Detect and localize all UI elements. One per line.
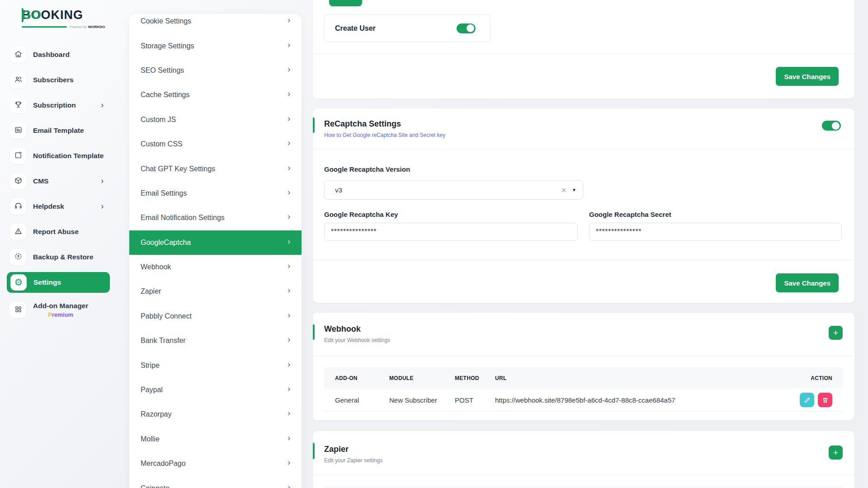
sidebar-item-add-on-manager[interactable]: Add-on Manager Premium [7,295,110,325]
settings-menu-item-custom-js[interactable]: Custom JS [129,108,302,132]
notification-template-icon [14,151,23,161]
chevron-right-icon [286,66,292,75]
cell-module: New Subscriber [389,396,455,404]
create-user-toggle[interactable] [457,23,476,33]
sidebar-item-label: Add-on Manager [33,302,88,310]
settings-menu-item-label: Chat GPT Key Settings [141,165,215,173]
chevron-right-icon [286,484,292,488]
brand-logo[interactable]: BOOKINGGO Powered By WORKDO· [22,8,106,29]
settings-menu-item-email-settings[interactable]: Email Settings [129,181,302,206]
sidebar-item-label: Report Abuse [33,228,79,236]
sidebar-item-label: Helpdesk [33,202,64,211]
clear-icon[interactable]: ✕ [561,187,566,194]
settings-menu-item-label: GoogleCaptcha [141,239,191,247]
sidebar-item-cms[interactable]: CMS [7,169,110,194]
settings-menu-item-storage-settings[interactable]: Storage Settings [129,33,302,58]
recaptcha-key-input[interactable] [324,223,578,241]
save-changes-button[interactable]: Save Changes [776,67,839,86]
chevron-right-icon [286,435,292,443]
tab-helpdesk[interactable]: Helpdesk [370,0,400,6]
settings-menu-item-webhook[interactable]: Webhook [129,255,302,279]
settings-menu-item-pabbly-connect[interactable]: Pabbly Connect [129,304,302,328]
settings-menu-item-label: Cache Settings [141,91,190,99]
sidebar-item-email-template[interactable]: Email Template [7,118,110,143]
add-webhook-button[interactable]: + [829,326,843,340]
sidebar-item-settings[interactable]: ⚙ Settings [7,272,110,293]
settings-menu-item-razorpay[interactable]: Razorpay [129,402,302,427]
save-changes-button[interactable]: Save Changes [776,273,839,292]
edit-button[interactable] [800,393,814,407]
tab-general[interactable]: General [329,0,362,6]
chevron-right-icon [286,460,292,468]
webhook-table-row: General New Subscriber POST https://webh… [324,389,843,412]
sidebar-item-backup-restore[interactable]: Backup & Restore [7,244,110,270]
pencil-icon [804,397,811,404]
settings-menu-item-coingate[interactable]: Coingate [129,476,302,488]
recaptcha-secret-input[interactable] [589,223,842,241]
sidebar-item-subscription[interactable]: Subscription [7,93,110,118]
divider [313,54,854,54]
settings-menu-item-stripe[interactable]: Stripe [129,353,302,377]
settings-menu-item-paypal[interactable]: Paypal [129,378,302,402]
settings-menu-item-label: Email Notification Settings [141,214,225,222]
email-template-icon [14,126,23,136]
accent-bar [313,117,315,133]
trash-icon [822,397,829,404]
zapier-card-title: Zapier [324,445,349,454]
settings-menu-item-label: Pabbly Connect [141,312,192,320]
headset-icon [14,202,23,212]
home-icon [14,50,23,60]
sidebar-item-dashboard[interactable]: Dashboard [7,42,110,67]
add-zapier-button[interactable]: + [829,446,843,460]
chevron-right-icon [286,361,292,370]
settings-menu-item-mercadopago[interactable]: MercadoPago [129,451,302,476]
settings-menu-item-label: MercadoPago [141,460,186,468]
settings-menu-item-mollie[interactable]: Mollie [129,427,302,451]
settings-menu-item-label: Bank Transfer [141,337,186,345]
settings-menu-item-label: Custom CSS [141,140,182,148]
chevron-right-icon [286,239,292,247]
sidebar-item-helpdesk[interactable]: Helpdesk [7,194,110,219]
recaptcha-toggle[interactable] [822,121,841,131]
settings-menu-item-googlecaptcha[interactable]: GoogleCaptcha [129,230,302,255]
premium-badge: Premium [33,311,88,318]
cell-url: https://webhook.site/8798e5bf-a6cd-4cd7-… [495,396,789,404]
recaptcha-secret-label: Google Recaptcha Secret [589,211,671,218]
zapier-card-subtitle: Edit your Zapier settings [324,457,382,464]
column-header-module: MODULE [389,375,455,381]
divider [313,356,854,356]
chevron-right-icon [286,287,292,296]
settings-menu-item-custom-css[interactable]: Custom CSS [129,132,302,156]
settings-menu-item-seo-settings[interactable]: SEO Settings [129,58,302,83]
sidebar-menu: Dashboard Subscribers Subscription Email… [7,42,110,325]
recaptcha-version-select[interactable]: v3 ✕ ▼ [324,180,583,200]
settings-menu-item-label: Webhook [141,263,171,271]
chevron-right-icon [286,17,292,25]
sidebar-item-subscribers[interactable]: Subscribers [7,67,110,93]
settings-menu-item-chat-gpt-key-settings[interactable]: Chat GPT Key Settings [129,156,302,181]
left-sidebar: BOOKINGGO Powered By WORKDO· Dashboard S… [0,0,120,488]
recaptcha-help-link[interactable]: How to Get Google reCaptcha Site and Sec… [324,132,445,138]
settings-menu-item-cookie-settings[interactable]: Cookie Settings [129,14,302,33]
sidebar-item-report-abuse[interactable]: Report Abuse [7,219,110,244]
accent-bar [313,443,315,459]
settings-menu-item-label: Paypal [141,386,163,394]
settings-menu-item-label: Mollie [141,435,160,443]
recaptcha-settings-card: ReCaptcha Settings How to Get Google reC… [313,108,854,303]
backup-icon [14,252,23,263]
settings-menu-item-label: Custom JS [141,116,176,124]
sidebar-item-notification-template[interactable]: Notification Template [7,143,110,169]
webhook-table-header: ADD-ONMODULEMETHODURLACTION [324,367,843,389]
sidebar-item-label: CMS [33,177,48,185]
sidebar-item-label: Subscription [33,101,76,109]
column-header-method: METHOD [455,375,495,381]
column-header-url: URL [495,375,789,381]
create-user-label: Create User [335,24,376,33]
settings-menu-item-zapier[interactable]: Zapier [129,279,302,304]
delete-button[interactable] [818,393,832,407]
settings-menu-item-bank-transfer[interactable]: Bank Transfer [129,328,302,353]
settings-menu-item-email-notification-settings[interactable]: Email Notification Settings [129,206,302,230]
settings-menu-item-cache-settings[interactable]: Cache Settings [129,83,302,107]
chevron-right-icon [286,214,292,222]
chevron-down-icon[interactable]: ▼ [572,188,576,192]
